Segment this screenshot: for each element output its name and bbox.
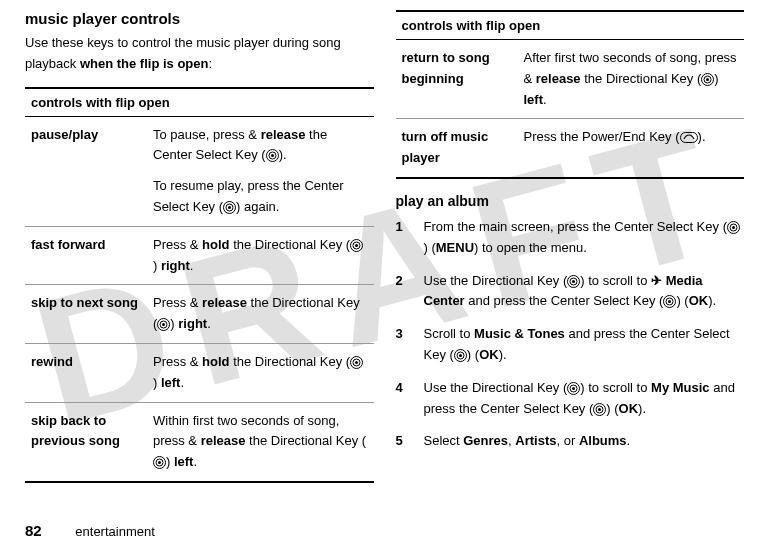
- directional-key-icon: [350, 356, 363, 369]
- directional-key-icon: [567, 275, 580, 288]
- table-header-right: controls with flip open: [396, 11, 745, 40]
- text: the Directional Key (: [230, 354, 351, 369]
- controls-table-left: controls with flip open pause/play To pa…: [25, 87, 374, 483]
- row-desc: Press & hold the Directional Key () left…: [147, 343, 374, 402]
- text: .: [190, 258, 194, 273]
- text: Press &: [153, 237, 202, 252]
- text: .: [207, 316, 211, 331]
- center-select-key-icon: [266, 149, 279, 162]
- text: ): [714, 71, 718, 86]
- list-item: Use the Directional Key () to scroll to …: [396, 378, 745, 420]
- svg-point-36: [572, 387, 575, 390]
- text: Select: [424, 433, 464, 448]
- text: To pause, press &: [153, 127, 261, 142]
- section-name: entertainment: [75, 524, 155, 539]
- text: ).: [698, 129, 706, 144]
- controls-table-right: controls with flip open return to song b…: [396, 10, 745, 179]
- table-row: skip to next song Press & release the Di…: [25, 285, 374, 344]
- text: ).: [708, 293, 716, 308]
- text: right: [178, 316, 207, 331]
- row-label: skip to next song: [25, 285, 147, 344]
- text: ).: [499, 347, 507, 362]
- text: ) (: [676, 293, 688, 308]
- table-header-left: controls with flip open: [25, 88, 374, 117]
- text: hold: [202, 354, 229, 369]
- table-row: pause/play To pause, press & release the…: [25, 116, 374, 226]
- text: ) to open the menu.: [474, 240, 587, 255]
- text: , or: [556, 433, 578, 448]
- text: release: [536, 71, 581, 86]
- svg-point-17: [158, 461, 161, 464]
- menu-label: OK: [479, 347, 499, 362]
- row-label: fast forward: [25, 226, 147, 285]
- left-column: music player controls Use these keys to …: [25, 10, 374, 510]
- menu-label: MENU: [436, 240, 474, 255]
- section-title: music player controls: [25, 10, 374, 27]
- svg-point-24: [732, 226, 735, 229]
- list-item: Select Genres, Artists, or Albums.: [396, 431, 745, 452]
- list-item: Scroll to Music & Tones and press the Ce…: [396, 324, 745, 366]
- row-label: skip back to previous song: [25, 402, 147, 482]
- text: left: [174, 454, 194, 469]
- text: ) to scroll to: [580, 380, 651, 395]
- directional-key-icon: [567, 382, 580, 395]
- svg-point-20: [706, 78, 709, 81]
- center-select-key-icon: [593, 403, 606, 416]
- svg-point-8: [355, 244, 358, 247]
- svg-point-14: [355, 361, 358, 364]
- row-label: pause/play: [25, 116, 147, 226]
- subsection-title: play an album: [396, 193, 745, 209]
- row-label: return to song beginning: [396, 40, 518, 119]
- row-desc: Press & release the Directional Key () r…: [147, 285, 374, 344]
- text: and press the Center Select Key (: [465, 293, 664, 308]
- text: .: [543, 92, 547, 107]
- text: ) (: [606, 401, 618, 416]
- text: From the main screen, press the Center S…: [424, 219, 727, 234]
- menu-label: OK: [619, 401, 639, 416]
- page-footer: 82 entertainment: [25, 522, 155, 539]
- steps-list: From the main screen, press the Center S…: [396, 217, 745, 452]
- row-desc: To pause, press & release the Center Sel…: [147, 116, 374, 226]
- table-row: fast forward Press & hold the Directiona…: [25, 226, 374, 285]
- table-row: turn off music player Press the Power/En…: [396, 119, 745, 178]
- text: the Directional Key (: [230, 237, 351, 252]
- svg-point-2: [271, 154, 274, 157]
- list-item: From the main screen, press the Center S…: [396, 217, 745, 259]
- text: ) (: [424, 240, 436, 255]
- directional-key-icon: [350, 239, 363, 252]
- center-select-key-icon: [727, 221, 740, 234]
- svg-rect-21: [680, 133, 697, 143]
- text: left: [161, 375, 181, 390]
- text: Press the Power/End Key (: [523, 129, 679, 144]
- text: hold: [202, 237, 229, 252]
- text: left: [523, 92, 543, 107]
- row-desc: After first two seconds of song, press &…: [517, 40, 744, 119]
- menu-label: OK: [689, 293, 709, 308]
- text: ): [153, 258, 161, 273]
- text: Use the Directional Key (: [424, 380, 568, 395]
- right-column: controls with flip open return to song b…: [396, 10, 745, 510]
- menu-label: Albums: [579, 433, 627, 448]
- text: right: [161, 258, 190, 273]
- row-label: rewind: [25, 343, 147, 402]
- row-desc: Press the Power/End Key ().: [517, 119, 744, 178]
- text: ) (: [467, 347, 479, 362]
- text: .: [627, 433, 631, 448]
- text: ).: [279, 147, 287, 162]
- text: Use the Directional Key (: [424, 273, 568, 288]
- menu-label: Music & Tones: [474, 326, 565, 341]
- svg-point-30: [668, 300, 671, 303]
- intro-text: Use these keys to control the music play…: [25, 33, 374, 75]
- text: the Directional Key (: [245, 433, 366, 448]
- page-number: 82: [25, 522, 42, 539]
- row-desc: Within first two seconds of song, press …: [147, 402, 374, 482]
- text: release: [261, 127, 306, 142]
- intro-c: :: [208, 56, 212, 71]
- table-row: return to song beginning After first two…: [396, 40, 745, 119]
- svg-point-33: [459, 354, 462, 357]
- text: Scroll to: [424, 326, 475, 341]
- text: ): [166, 454, 174, 469]
- text: ) again.: [236, 199, 279, 214]
- text: Press &: [153, 295, 202, 310]
- center-select-key-icon: [663, 295, 676, 308]
